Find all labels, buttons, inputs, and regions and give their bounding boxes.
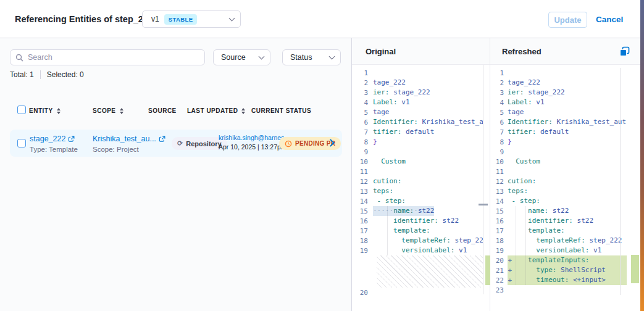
referencing-entities-modal: Referencing Entities of step_222 v1 STAB…: [0, 0, 644, 311]
column-header-last-updated[interactable]: LAST UPDATED: [187, 107, 245, 114]
source-filter-label: Source: [221, 53, 246, 62]
version-label: v1: [151, 15, 159, 23]
line-number: 11: [352, 168, 373, 176]
cancel-button[interactable]: Cancel: [596, 15, 623, 24]
line-number: 8: [352, 138, 373, 146]
version-select[interactable]: v1 STABLE: [142, 10, 241, 28]
background-page-edge: [640, 0, 644, 311]
entity-type: Type: Template: [30, 146, 78, 153]
scope-name: Krishika_test_au...: [93, 135, 156, 144]
code-line: 17 template:: [490, 226, 627, 236]
line-number: 15: [490, 207, 508, 215]
divider: [40, 70, 41, 79]
line-number: 5: [352, 109, 373, 117]
line-number: 3: [490, 89, 508, 97]
code-line: 3ier: stage_222: [490, 88, 627, 97]
line-number: 6: [352, 118, 373, 126]
code-line: 9: [490, 147, 627, 157]
sort-icon[interactable]: [57, 108, 61, 114]
sort-icon[interactable]: [120, 108, 123, 114]
source-filter[interactable]: Source: [213, 49, 270, 65]
code-line: 1: [490, 68, 627, 78]
code-line: 4Label: v1: [490, 97, 627, 107]
totals-bar: Total: 1 Selected: 0: [10, 70, 84, 79]
code-line: 12cution:: [490, 176, 627, 186]
search-input[interactable]: [28, 53, 199, 62]
line-number: 14: [490, 197, 508, 205]
search-box: [10, 49, 205, 65]
entities-panel: Source Status Total: 1 Selected: 0 ENTIT…: [0, 38, 352, 311]
chevron-down-icon: [259, 54, 265, 60]
clock-icon: [285, 140, 292, 147]
code-line: 11: [352, 167, 483, 176]
status-filter[interactable]: Status: [282, 49, 341, 65]
refreshed-title: Refreshed: [502, 47, 542, 56]
line-number: 4: [352, 99, 373, 107]
line-number: 10: [490, 158, 508, 166]
column-header-scope[interactable]: SCOPE: [93, 107, 123, 114]
code-line: 13teps:: [490, 186, 627, 196]
code-line: 18 templateRef: step_222: [352, 236, 483, 246]
inserted-lines-gutter-marker: [485, 255, 490, 285]
code-line: 11: [490, 167, 627, 176]
repository-icon: ⟳: [177, 140, 183, 147]
code-line: 1: [352, 68, 483, 78]
sort-icon[interactable]: [241, 108, 245, 114]
code-line: 8}: [352, 137, 483, 147]
line-number: 17: [352, 227, 373, 235]
line-number: 7: [490, 128, 508, 136]
scope-cell: Krishika_test_au... Scope: Project: [93, 133, 165, 154]
code-line: 2tage_222: [352, 78, 483, 88]
selected-count: Selected: 0: [47, 70, 84, 79]
copy-icon[interactable]: [619, 46, 630, 57]
line-number: 1: [490, 69, 508, 77]
update-button[interactable]: Update: [548, 12, 587, 28]
code-line: 16 identifier: st22: [490, 216, 627, 226]
diff-header: Original Refreshed: [352, 38, 640, 65]
original-scrollbar[interactable]: [483, 65, 483, 294]
indent-guide: [387, 206, 388, 255]
column-label: ENTITY: [29, 107, 53, 114]
code-line: 21+ type: ShellScript: [490, 265, 627, 275]
original-editor[interactable]: 12tage_2223ier: stage_2224Label: v15tage…: [352, 65, 483, 311]
line-number: 11: [490, 168, 508, 176]
column-header-entity[interactable]: ENTITY: [29, 107, 61, 114]
code-line: 6Identifier: Krishika_test_aut: [490, 117, 627, 127]
line-number: 13: [490, 188, 508, 196]
line-number: 4: [490, 99, 508, 107]
search-icon: [15, 54, 23, 62]
table-row[interactable]: stage_222 Type: Template Krishika_test_a…: [10, 130, 342, 157]
entity-link[interactable]: stage_222: [30, 135, 75, 144]
diff-panel: Original Refreshed 12tage_2223ier: stage…: [352, 38, 640, 311]
row-checkbox[interactable]: [17, 139, 26, 147]
code-line: 2tage_222: [490, 78, 627, 88]
line-number: 1: [352, 69, 373, 77]
scope-sub: Scope: Project: [93, 146, 139, 153]
indent-guide: [525, 206, 526, 285]
select-all-checkbox[interactable]: [17, 106, 26, 114]
refreshed-scrollbar[interactable]: [620, 68, 621, 295]
code-line: 15·····name:·st22: [352, 206, 483, 216]
code-line: 6Identifier: Krishika_test_aut: [352, 117, 483, 127]
line-number: 20+: [490, 257, 508, 265]
code-line: 16 identifier: st22: [352, 216, 483, 226]
refreshed-editor[interactable]: 12tage_2223ier: stage_2224Label: v15tage…: [490, 65, 627, 311]
modal-surface: Referencing Entities of step_222 v1 STAB…: [0, 0, 640, 311]
external-link-icon[interactable]: [68, 136, 75, 143]
code-line: 20: [352, 288, 483, 297]
line-number: 2: [490, 79, 508, 87]
external-link-icon[interactable]: [159, 136, 165, 143]
column-header-source: SOURCE: [148, 107, 177, 114]
status-filter-label: Status: [290, 53, 312, 62]
code-line: 18 templateRef: step_222: [490, 236, 627, 246]
scope-link[interactable]: Krishika_test_au...: [93, 135, 165, 144]
code-line: 23: [490, 285, 627, 295]
line-number: 18: [490, 237, 508, 245]
line-number: 13: [352, 188, 373, 196]
code-line: 9: [352, 147, 483, 157]
line-number: 17: [490, 227, 508, 235]
code-line: 4Label: v1: [352, 97, 483, 107]
line-number: 7: [352, 128, 373, 136]
code-line: 19 versionLabel: v1: [490, 246, 627, 255]
code-line: 20+ templateInputs:: [490, 255, 627, 265]
